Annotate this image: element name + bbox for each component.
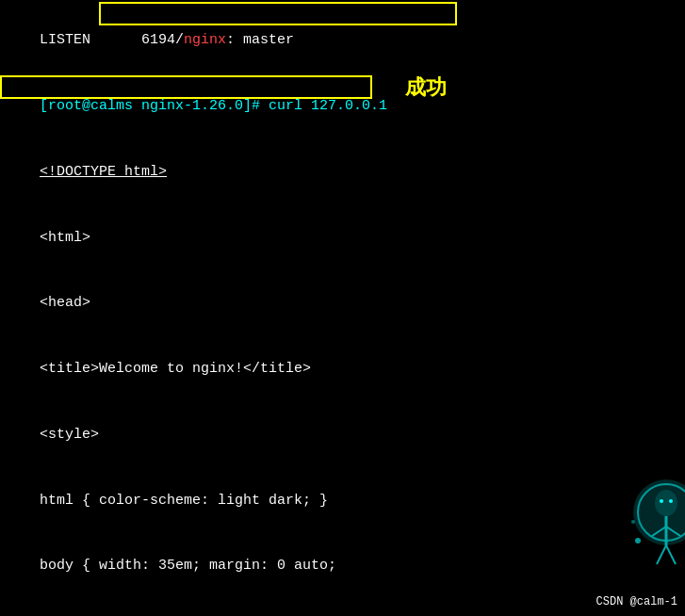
terminal-line-9: body { width: 35em; margin: 0 auto;: [6, 533, 679, 599]
terminal-line-5: <head>: [6, 270, 679, 336]
decorative-figure: [610, 475, 685, 588]
terminal-line-2: [root@calms nginx-1.26.0]# curl 127.0.0.…: [6, 73, 679, 139]
css-line-2: body { width: 35em; margin: 0 auto;: [40, 558, 336, 574]
terminal-line-10: font-family: Tahoma, Verdana, Arial, san…: [6, 599, 679, 616]
svg-point-8: [660, 499, 663, 503]
listen-text: LISTEN 6194/: [40, 32, 184, 48]
master-text: : master: [226, 32, 294, 48]
html-open: <html>: [40, 230, 90, 246]
terminal-window: LISTEN 6194/nginx: master [root@calms ng…: [0, 0, 685, 616]
doctype-line: <!DOCTYPE html>: [40, 164, 167, 180]
svg-point-11: [631, 520, 635, 524]
terminal-line-6: <title>Welcome to nginx!</title>: [6, 336, 679, 402]
svg-point-2: [655, 490, 677, 516]
head-open: <head>: [40, 295, 90, 311]
success-label: 成功: [405, 73, 447, 102]
svg-point-9: [669, 499, 673, 503]
curl-command: [root@calms nginx-1.26.0]# curl 127.0.0.…: [40, 98, 387, 114]
svg-point-10: [635, 538, 641, 543]
terminal-line-8: html { color-scheme: light dark; }: [6, 467, 679, 533]
nginx-name: nginx: [184, 32, 226, 48]
terminal-line-3: <!DOCTYPE html>: [6, 139, 679, 205]
style-open: <style>: [40, 427, 99, 443]
watermark: CSDN @calm-1: [596, 595, 677, 608]
terminal-line-1: LISTEN 6194/nginx: master: [6, 8, 679, 73]
title-tag: <title>Welcome to nginx!</title>: [40, 361, 311, 377]
svg-line-6: [657, 545, 666, 564]
css-line-1: html { color-scheme: light dark; }: [40, 493, 328, 509]
terminal-line-4: <html>: [6, 204, 679, 270]
terminal-line-7: <style>: [6, 402, 679, 468]
svg-line-7: [666, 545, 676, 564]
